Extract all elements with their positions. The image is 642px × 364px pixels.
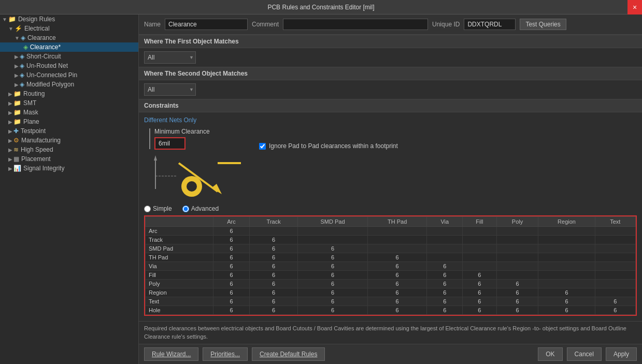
cell-fill[interactable]: [463, 262, 496, 271]
cell-poly[interactable]: [496, 253, 538, 262]
where-second-select[interactable]: All Net Net Class: [144, 83, 196, 96]
cell-poly[interactable]: 6: [496, 306, 538, 315]
cell-text[interactable]: [595, 227, 635, 236]
tree-item-short-circuit[interactable]: ▶ ◈ Short-Circuit: [0, 52, 138, 61]
cell-track[interactable]: 6: [250, 244, 298, 253]
tree-item-testpoint[interactable]: ▶ ✚ Testpoint: [0, 126, 138, 136]
apply-button[interactable]: Apply: [606, 347, 637, 361]
where-second-select-wrapper[interactable]: All Net Net Class: [144, 83, 196, 96]
cell-fill[interactable]: 6: [463, 306, 496, 315]
cell-arc[interactable]: 6: [213, 236, 250, 244]
tree-item-mask[interactable]: ▶ 📁 Mask: [0, 108, 138, 117]
uniqueid-input[interactable]: [464, 19, 516, 30]
where-first-select[interactable]: All Net Net Class: [144, 51, 196, 64]
cell-arc[interactable]: 6: [213, 306, 250, 315]
cell-via[interactable]: 6: [427, 262, 463, 271]
cell-fill[interactable]: 6: [463, 297, 496, 306]
cell-th-pad[interactable]: 6: [368, 253, 427, 262]
tree-item-plane[interactable]: ▶ 📁 Plane: [0, 117, 138, 126]
cell-smd-pad[interactable]: 6: [298, 253, 368, 262]
cell-region[interactable]: [538, 244, 595, 253]
tree-item-clearance-star[interactable]: ◈ Clearance*: [0, 42, 138, 52]
cell-poly[interactable]: [496, 244, 538, 253]
cell-smd-pad[interactable]: 6: [298, 244, 368, 253]
where-first-select-wrapper[interactable]: All Net Net Class: [144, 51, 196, 64]
cell-poly[interactable]: 6: [496, 288, 538, 297]
cell-track[interactable]: 6: [250, 271, 298, 280]
cell-poly[interactable]: [496, 271, 538, 280]
tree-item-modified-polygon[interactable]: ▶ ◈ Modified Polygon: [0, 80, 138, 89]
cell-text[interactable]: 6: [595, 306, 635, 315]
cell-fill[interactable]: [463, 253, 496, 262]
cell-region[interactable]: 6: [538, 297, 595, 306]
cell-via[interactable]: [427, 227, 463, 236]
cell-text[interactable]: [595, 236, 635, 244]
cell-poly[interactable]: 6: [496, 297, 538, 306]
simple-radio-label[interactable]: Simple: [144, 205, 172, 212]
cell-poly[interactable]: 6: [496, 280, 538, 288]
cell-arc[interactable]: 6: [213, 271, 250, 280]
cell-text[interactable]: [595, 262, 635, 271]
close-button[interactable]: ×: [627, 0, 642, 14]
cell-th-pad[interactable]: 6: [368, 288, 427, 297]
cell-via[interactable]: 6: [427, 306, 463, 315]
cell-track[interactable]: 6: [250, 280, 298, 288]
cell-region[interactable]: [538, 227, 595, 236]
cell-fill[interactable]: 6: [463, 288, 496, 297]
cell-track[interactable]: 6: [250, 253, 298, 262]
cell-region[interactable]: [538, 262, 595, 271]
tree-item-manufacturing[interactable]: ▶ ⚙ Manufacturing: [0, 136, 138, 145]
cell-smd-pad[interactable]: 6: [298, 280, 368, 288]
cell-region[interactable]: [538, 280, 595, 288]
advanced-radio-label[interactable]: Advanced: [182, 205, 219, 212]
cell-via[interactable]: 6: [427, 280, 463, 288]
cell-text[interactable]: [595, 271, 635, 280]
rule-wizard-button[interactable]: Rule Wizard...: [144, 347, 198, 361]
cell-via[interactable]: [427, 253, 463, 262]
cell-smd-pad[interactable]: 6: [298, 288, 368, 297]
cell-fill[interactable]: 6: [463, 271, 496, 280]
tree-item-high-speed[interactable]: ▶ ≋ High Speed: [0, 145, 138, 154]
cancel-button[interactable]: Cancel: [567, 347, 602, 361]
create-default-button[interactable]: Create Default Rules: [252, 347, 325, 361]
cell-arc[interactable]: 6: [213, 244, 250, 253]
cell-track[interactable]: 6: [250, 306, 298, 315]
cell-th-pad[interactable]: 6: [368, 297, 427, 306]
cell-track[interactable]: [250, 227, 298, 236]
cell-smd-pad[interactable]: 6: [298, 271, 368, 280]
cell-arc[interactable]: 6: [213, 288, 250, 297]
ignore-pad-checkbox[interactable]: [259, 143, 266, 150]
cell-smd-pad[interactable]: [298, 236, 368, 244]
cell-fill[interactable]: [463, 227, 496, 236]
tree-item-design-rules[interactable]: ▼ 📁 Design Rules: [0, 14, 138, 24]
cell-arc[interactable]: 6: [213, 262, 250, 271]
cell-via[interactable]: 6: [427, 297, 463, 306]
cell-poly[interactable]: [496, 227, 538, 236]
advanced-table-wrapper[interactable]: Arc Track SMD Pad TH Pad Via Fill Poly R…: [144, 215, 637, 316]
tree-item-smt[interactable]: ▶ 📁 SMT: [0, 98, 138, 108]
cell-text[interactable]: [595, 280, 635, 288]
cell-track[interactable]: 6: [250, 262, 298, 271]
ok-button[interactable]: OK: [538, 347, 562, 361]
cell-region[interactable]: [538, 271, 595, 280]
cell-poly[interactable]: [496, 236, 538, 244]
cell-fill[interactable]: [463, 244, 496, 253]
cell-smd-pad[interactable]: 6: [298, 306, 368, 315]
cell-fill[interactable]: 6: [463, 280, 496, 288]
cell-th-pad[interactable]: [368, 236, 427, 244]
cell-track[interactable]: 6: [250, 297, 298, 306]
cell-fill[interactable]: [463, 236, 496, 244]
tree-item-placement[interactable]: ▶ ▦ Placement: [0, 154, 138, 164]
cell-region[interactable]: [538, 253, 595, 262]
cell-smd-pad[interactable]: 6: [298, 262, 368, 271]
cell-via[interactable]: [427, 236, 463, 244]
tree-item-electrical[interactable]: ▼ ⚡ Electrical: [0, 24, 138, 33]
cell-text[interactable]: [595, 244, 635, 253]
cell-track[interactable]: 6: [250, 288, 298, 297]
cell-region[interactable]: 6: [538, 288, 595, 297]
cell-smd-pad[interactable]: [298, 227, 368, 236]
cell-text[interactable]: [595, 288, 635, 297]
cell-th-pad[interactable]: [368, 244, 427, 253]
cell-smd-pad[interactable]: 6: [298, 297, 368, 306]
cell-arc[interactable]: 6: [213, 253, 250, 262]
